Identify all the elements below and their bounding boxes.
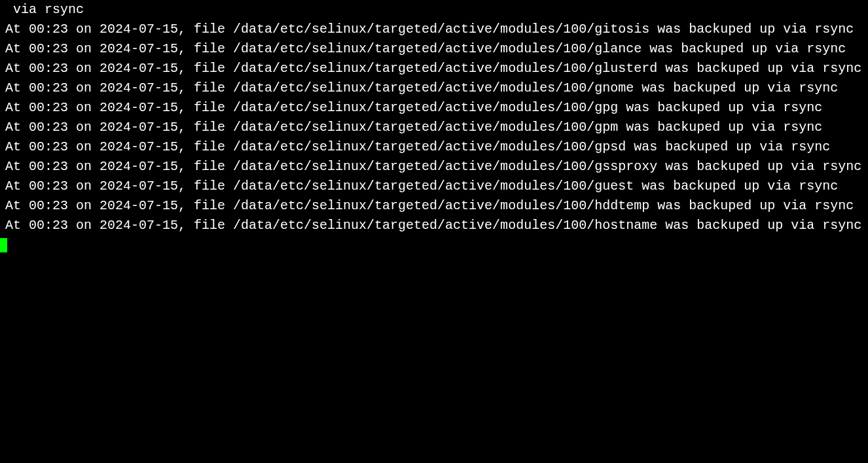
- terminal-output[interactable]: via rsync At 00:23 on 2024-07-15, file /…: [0, 0, 868, 463]
- log-line: At 00:23 on 2024-07-15, file /data/etc/s…: [5, 22, 854, 37]
- log-line: At 00:23 on 2024-07-15, file /data/etc/s…: [5, 139, 830, 154]
- log-line: At 00:23 on 2024-07-15, file /data/etc/s…: [5, 198, 854, 213]
- terminal-cursor: [0, 238, 7, 252]
- log-line: At 00:23 on 2024-07-15, file /data/etc/s…: [5, 218, 861, 233]
- log-line-partial: via rsync: [5, 2, 84, 17]
- log-line: At 00:23 on 2024-07-15, file /data/etc/s…: [5, 100, 822, 115]
- log-line: At 00:23 on 2024-07-15, file /data/etc/s…: [5, 61, 861, 76]
- log-line: At 00:23 on 2024-07-15, file /data/etc/s…: [5, 159, 861, 174]
- log-line: At 00:23 on 2024-07-15, file /data/etc/s…: [5, 80, 838, 95]
- log-line: At 00:23 on 2024-07-15, file /data/etc/s…: [5, 41, 846, 56]
- log-line: At 00:23 on 2024-07-15, file /data/etc/s…: [5, 179, 838, 194]
- log-line: At 00:23 on 2024-07-15, file /data/etc/s…: [5, 120, 822, 135]
